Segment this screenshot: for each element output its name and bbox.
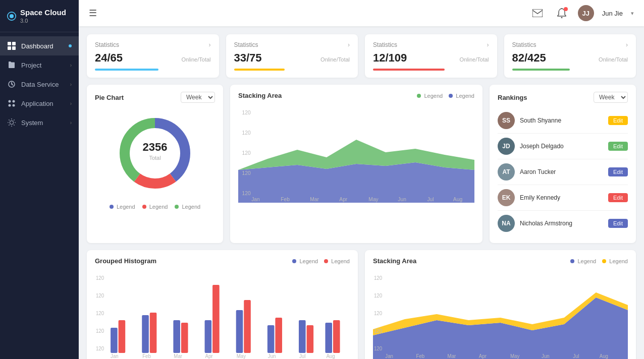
svg-point-1 <box>10 14 14 18</box>
stat-card-3: Statistics › 12/109 Online/Total <box>365 34 497 78</box>
svg-point-10 <box>13 104 15 107</box>
ranking-edit-btn-2[interactable]: Edit <box>608 142 628 151</box>
bottom-row: Grouped Histogram Legend Legend <box>87 250 636 359</box>
svg-text:120: 120 <box>242 109 250 115</box>
svg-text:Jun: Jun <box>542 353 550 359</box>
sidebar-item-application[interactable]: Application › <box>0 94 79 113</box>
system-label: System <box>21 119 43 127</box>
dashboard-icon <box>7 41 16 50</box>
hamburger-icon[interactable]: ☰ <box>89 8 97 19</box>
ranking-name-4: Emily Kennedy <box>520 194 603 201</box>
svg-rect-47 <box>267 325 275 353</box>
project-label: Project <box>21 62 41 69</box>
svg-text:120: 120 <box>374 328 383 334</box>
svg-rect-39 <box>142 315 149 353</box>
svg-rect-2 <box>8 42 11 45</box>
svg-text:120: 120 <box>96 346 104 351</box>
app-version: 3.0 <box>20 18 66 24</box>
svg-rect-38 <box>119 320 126 353</box>
project-arrow: › <box>70 63 72 68</box>
system-icon <box>7 118 16 127</box>
svg-text:120: 120 <box>96 293 104 298</box>
svg-point-8 <box>13 100 15 103</box>
svg-text:Jul: Jul <box>299 353 305 359</box>
stat-arrow-2[interactable]: › <box>348 41 350 48</box>
donut-legend: Legend Legend Legend <box>95 204 215 210</box>
dashboard-label: Dashboard <box>21 42 53 50</box>
stat-bar-4 <box>512 69 570 71</box>
pie-chart-week-select[interactable]: Week Month <box>181 92 215 103</box>
sa-bottom-legend-yellow: Legend <box>602 258 628 264</box>
avatar[interactable]: JJ <box>578 5 594 21</box>
svg-text:Total: Total <box>149 155 160 161</box>
ranking-avatar-1: SS <box>498 112 515 129</box>
sidebar-item-system[interactable]: System › <box>0 113 79 132</box>
stat-title-3: Statistics <box>373 41 397 48</box>
svg-text:Apr: Apr <box>205 353 213 359</box>
mail-icon[interactable] <box>529 5 546 21</box>
svg-text:Apr: Apr <box>479 353 487 359</box>
svg-text:120: 120 <box>374 275 383 281</box>
svg-text:Jan: Jan <box>111 353 119 359</box>
sa-bottom-legend-blue: Legend <box>570 258 596 264</box>
ranking-edit-btn-4[interactable]: Edit <box>608 193 628 202</box>
application-icon <box>7 99 16 108</box>
header: ☰ JJ Jun Jie ▾ <box>79 0 644 26</box>
svg-text:2356: 2356 <box>143 141 168 153</box>
svg-text:Jun: Jun <box>268 353 276 359</box>
application-label: Application <box>21 100 53 107</box>
logo-icon <box>7 12 16 21</box>
stat-arrow-3[interactable]: › <box>487 41 489 48</box>
stat-title-2: Statistics <box>234 41 258 48</box>
svg-text:May: May <box>510 353 519 359</box>
stat-value-4: 82/425 <box>512 51 546 65</box>
rankings-week-select[interactable]: Week Month <box>594 92 628 103</box>
stacking-area-top-card: Stacking Area Legend Legend <box>230 85 482 243</box>
ranking-item-2: JD Joseph Delgado Edit <box>498 134 628 159</box>
donut-svg: 2356 Total <box>115 113 195 194</box>
stat-value-3: 12/109 <box>373 51 407 65</box>
notification-icon[interactable] <box>554 5 570 21</box>
svg-rect-37 <box>111 328 118 353</box>
user-chevron-icon[interactable]: ▾ <box>631 10 634 17</box>
stat-arrow-4[interactable]: › <box>626 41 628 48</box>
svg-text:120: 120 <box>242 150 250 156</box>
stacking-area-bottom-title: Stacking Area <box>373 257 416 265</box>
sidebar-item-data-service[interactable]: Data Service › <box>0 75 79 94</box>
svg-rect-41 <box>173 320 180 353</box>
data-service-label: Data Service <box>21 81 59 88</box>
charts-row: Pie Chart Week Month <box>87 85 636 243</box>
legend-green: Legend <box>417 93 443 99</box>
stacking-area-top-legend: Legend Legend <box>417 93 474 99</box>
ranking-edit-btn-3[interactable]: Edit <box>608 167 628 176</box>
data-service-icon <box>7 80 16 89</box>
ranking-avatar-3: AT <box>498 163 515 181</box>
stat-card-2: Statistics › 33/75 Online/Total <box>226 34 358 78</box>
sidebar-item-project[interactable]: Project › <box>0 55 79 75</box>
stat-label-3: Online/Total <box>459 56 489 63</box>
histogram-title: Grouped Histogram <box>95 257 156 265</box>
pie-chart-title: Pie Chart <box>95 94 124 101</box>
svg-text:120: 120 <box>96 328 104 334</box>
stat-arrow-1[interactable]: › <box>209 41 211 48</box>
ranking-edit-btn-5[interactable]: Edit <box>608 219 628 228</box>
svg-text:120: 120 <box>96 275 104 281</box>
stat-value-1: 24/65 <box>95 51 123 65</box>
svg-text:Mar: Mar <box>310 196 319 202</box>
content-area: Statistics › 24/65 Online/Total Statisti… <box>79 26 644 359</box>
sidebar-item-dashboard[interactable]: Dashboard <box>0 36 79 55</box>
svg-text:Jul: Jul <box>427 196 434 202</box>
svg-rect-50 <box>307 325 314 353</box>
svg-rect-5 <box>12 46 16 50</box>
donut-legend-3: Legend <box>175 204 200 210</box>
stacking-area-bottom-svg: 120 120 120 120 120 Jan Feb Mar Apr May … <box>373 270 628 359</box>
application-arrow: › <box>70 101 72 106</box>
ranking-avatar-4: EK <box>498 189 515 206</box>
ranking-edit-btn-1[interactable]: Edit <box>608 116 628 125</box>
svg-rect-46 <box>244 300 251 353</box>
svg-rect-40 <box>150 313 157 353</box>
svg-rect-52 <box>333 320 340 353</box>
rankings-title: Rankings <box>498 94 527 101</box>
svg-text:Aug: Aug <box>326 353 335 359</box>
ranking-item-4: EK Emily Kennedy Edit <box>498 185 628 211</box>
